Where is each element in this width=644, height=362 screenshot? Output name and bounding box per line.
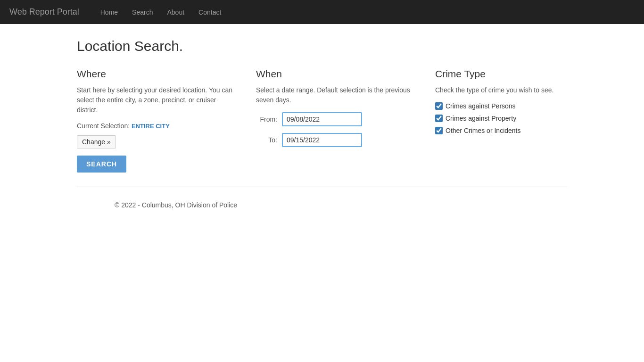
footer: © 2022 - Columbus, OH Division of Police <box>77 197 567 214</box>
section-where: Where Start here by selecting your desir… <box>77 68 256 173</box>
section-crime-type: Crime Type Check the type of crime you w… <box>435 68 614 139</box>
nav-link-about[interactable]: About <box>160 1 191 23</box>
where-description: Start here by selecting your desired loc… <box>77 85 237 115</box>
to-label: To: <box>256 136 277 144</box>
from-date-input[interactable] <box>282 112 362 126</box>
checkbox-persons[interactable] <box>435 102 443 110</box>
current-selection: Current Selection: Entire City <box>77 122 237 130</box>
page-title: Location Search. <box>77 38 567 54</box>
search-btn-container: SEARCH <box>77 156 237 173</box>
crime-option-other: Other Crimes or Incidents <box>435 127 614 134</box>
from-label: From: <box>256 115 277 123</box>
section-divider <box>77 187 567 187</box>
nav-link-search[interactable]: Search <box>125 1 160 23</box>
section-when: When Select a date range. Default select… <box>256 68 435 154</box>
change-button[interactable]: Change » <box>77 135 116 148</box>
search-button[interactable]: SEARCH <box>77 156 126 173</box>
to-date-row: To: <box>256 133 416 147</box>
label-crimes-property[interactable]: Crimes against Property <box>446 115 516 122</box>
when-heading: When <box>256 68 416 80</box>
crime-type-heading: Crime Type <box>435 68 614 80</box>
footer-text: © 2022 - Columbus, OH Division of Police <box>115 201 237 209</box>
current-selection-label: Current Selection: <box>77 122 130 130</box>
label-crimes-other[interactable]: Other Crimes or Incidents <box>446 127 521 134</box>
checkbox-property[interactable] <box>435 115 443 122</box>
navbar: Web Report Portal Home Search About Cont… <box>0 0 644 24</box>
nav-links: Home Search About Contact <box>93 1 229 23</box>
where-heading: Where <box>77 68 237 80</box>
when-description: Select a date range. Default selection i… <box>256 85 416 105</box>
to-date-input[interactable] <box>282 133 362 147</box>
nav-link-contact[interactable]: Contact <box>191 1 228 23</box>
checkbox-other[interactable] <box>435 127 443 134</box>
current-selection-value[interactable]: Entire City <box>132 123 170 130</box>
from-date-row: From: <box>256 112 416 126</box>
crime-type-description: Check the type of crime you wish to see. <box>435 85 614 95</box>
crime-option-property: Crimes against Property <box>435 115 614 122</box>
label-crimes-persons[interactable]: Crimes against Persons <box>446 102 516 110</box>
crime-option-persons: Crimes against Persons <box>435 102 614 110</box>
main-content: Location Search. Where Start here by sel… <box>39 24 605 232</box>
nav-brand[interactable]: Web Report Portal <box>9 7 79 17</box>
search-sections: Where Start here by selecting your desir… <box>77 68 567 173</box>
nav-link-home[interactable]: Home <box>93 1 125 23</box>
